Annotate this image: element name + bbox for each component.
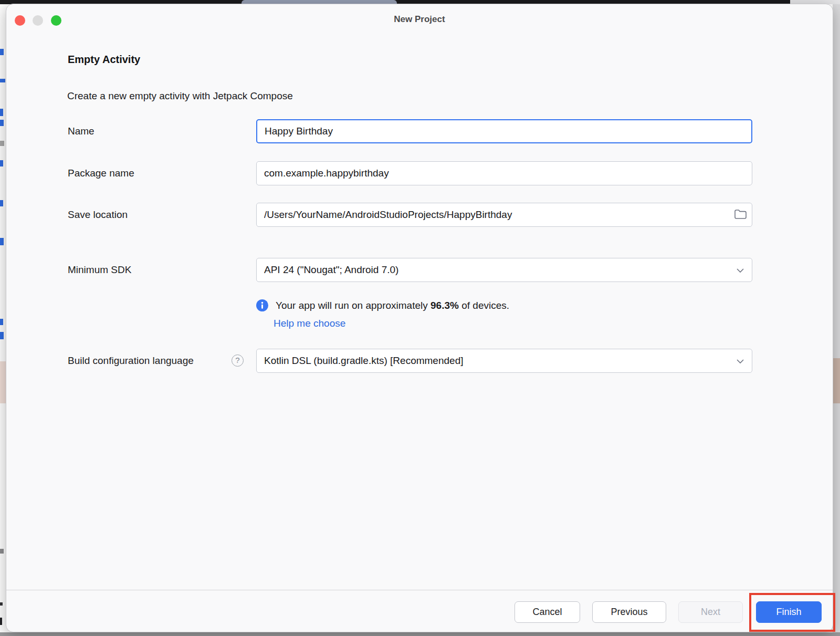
sdk-info-text: Your app will run on approximately 96.3%… bbox=[276, 300, 509, 311]
finish-button[interactable]: Finish bbox=[756, 601, 822, 623]
footer-divider bbox=[6, 590, 833, 590]
page-subtitle: Create a new empty activity with Jetpack… bbox=[67, 90, 293, 102]
name-label: Name bbox=[68, 119, 94, 143]
background-fragment bbox=[0, 602, 3, 606]
save-location-input[interactable] bbox=[256, 203, 752, 227]
page-title: Empty Activity bbox=[68, 54, 140, 66]
build-config-value: Kotlin DSL (build.gradle.kts) [Recommend… bbox=[264, 355, 732, 367]
screenshot-root: { "window": { "title": "New Project" }, … bbox=[0, 0, 840, 636]
minimum-sdk-label: Minimum SDK bbox=[68, 258, 131, 282]
info-icon bbox=[256, 299, 268, 311]
package-name-input[interactable] bbox=[256, 161, 752, 185]
save-location-wrap bbox=[256, 203, 752, 227]
background-fragment bbox=[0, 79, 5, 82]
build-config-label: Build configuration language bbox=[68, 349, 194, 373]
background-fragment bbox=[0, 160, 3, 166]
build-config-select[interactable]: Kotlin DSL (build.gradle.kts) [Recommend… bbox=[256, 349, 752, 373]
background-fragment bbox=[0, 49, 4, 55]
background-fragment bbox=[0, 549, 4, 554]
sdk-info-percentage: 96.3% bbox=[430, 300, 459, 311]
background-fragment bbox=[0, 319, 3, 325]
background-fragment bbox=[0, 200, 3, 206]
help-me-choose-link[interactable]: Help me choose bbox=[274, 318, 345, 329]
name-input[interactable] bbox=[256, 119, 752, 143]
window-title: New Project bbox=[6, 14, 833, 25]
folder-icon bbox=[734, 214, 747, 222]
background-right-strip bbox=[833, 4, 840, 632]
background-fragment bbox=[0, 109, 3, 116]
background-fragment bbox=[833, 358, 840, 403]
chevron-down-icon bbox=[736, 355, 744, 367]
background-fragment bbox=[0, 361, 6, 403]
background-fragment bbox=[0, 618, 2, 625]
save-location-label: Save location bbox=[68, 203, 128, 227]
next-button[interactable]: Next bbox=[678, 601, 743, 623]
package-name-label: Package name bbox=[68, 161, 134, 185]
new-project-dialog: New Project Empty Activity Create a new … bbox=[6, 4, 833, 632]
cancel-button[interactable]: Cancel bbox=[514, 601, 580, 623]
chevron-down-icon bbox=[736, 264, 744, 276]
browse-folder-button[interactable] bbox=[733, 208, 747, 222]
background-fragment bbox=[0, 332, 4, 339]
help-question-icon[interactable]: ? bbox=[232, 355, 244, 367]
previous-button[interactable]: Previous bbox=[592, 601, 666, 623]
background-bottom-strip bbox=[0, 632, 840, 636]
background-fragment bbox=[0, 141, 4, 146]
background-fragment bbox=[0, 120, 4, 126]
minimum-sdk-value: API 24 ("Nougat"; Android 7.0) bbox=[264, 264, 732, 276]
minimum-sdk-select[interactable]: API 24 ("Nougat"; Android 7.0) bbox=[256, 258, 752, 282]
background-fragment bbox=[0, 238, 4, 245]
sdk-info-row: Your app will run on approximately 96.3%… bbox=[256, 299, 509, 311]
